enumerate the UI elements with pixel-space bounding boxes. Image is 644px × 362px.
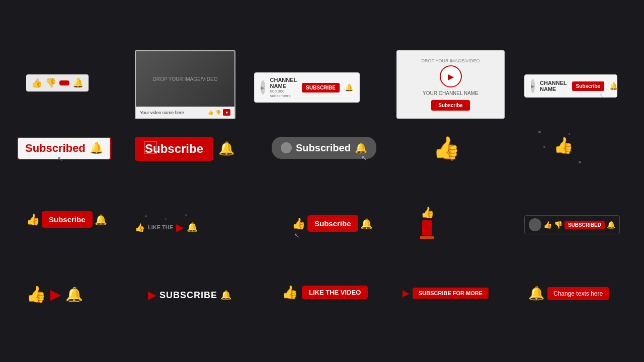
drop-text: DROP YOUR IMAGE/VIDEO (402, 58, 499, 63)
subscribed-bar-button[interactable]: SUBSCRIBED (565, 221, 605, 229)
bell-yellow-icon: 🔔 (65, 286, 83, 303)
bell-icon-2[interactable]: 🔔 (609, 82, 618, 90)
channel-name-2: CHANNEL NAME (540, 80, 567, 92)
channel-thumb (529, 218, 541, 231)
trophy-base (420, 236, 434, 239)
video-controls: 👍👎 ● (208, 109, 230, 116)
scatter-dot2 (165, 218, 167, 220)
subscribed-dark-label: Subscribed (296, 142, 351, 154)
bell-notif-icon: 🔔 (187, 222, 198, 233)
yt-play-icon-bottom: ▶ (50, 286, 61, 303)
yt-icon-row3: ▶ (176, 221, 184, 233)
like-icon-blue-2: 👍 (292, 217, 305, 230)
channel-avatar: ▶ (261, 80, 265, 95)
subscribe-button[interactable] (59, 80, 69, 85)
like-video-label: LIKE THE VIDEO (302, 286, 368, 299)
bell-icon[interactable]: 🔔 (72, 77, 84, 88)
bottom-row-1: 👍 ▶ 🔔 (26, 285, 83, 304)
cursor-dark: ↖ (361, 154, 367, 162)
channel-info-2: CHANNEL NAME (540, 80, 567, 92)
subscribe-big-red-button[interactable]: Subscribe 🔔 (135, 137, 213, 161)
channel-bar-1: ▶ CHANNEL NAME 000,000 subscribers SUBSC… (254, 72, 360, 103)
like-subscribe-bar-2: 👍 Subscribe 🔔 ↖ (292, 215, 373, 232)
bell-subscribe-icon: 🔔 (95, 214, 107, 226)
subscribe-pill-button-2[interactable]: Subscribe (307, 215, 358, 232)
bell-white-icon: 🔔 (220, 290, 231, 301)
video-card-1: DROP YOUR IMAGE/VIDEO Your video name he… (135, 50, 235, 119)
like-icon-blue: 👍 (26, 213, 40, 226)
like-video-icon: 👍 (282, 285, 298, 300)
bell-dark-icon: 🔔 (355, 142, 367, 154)
avatar-circle (281, 142, 292, 153)
bell-icon[interactable]: 🔔 (345, 83, 353, 92)
cursor-thumb: ↖ (448, 155, 454, 163)
channel-info: CHANNEL NAME 000,000 subscribers (270, 77, 297, 98)
bell-red-icon: 🔔 (90, 142, 103, 155)
subscribe-for-more: ▶ SUBSCRIBE FOR MORE (403, 288, 489, 299)
bell-gold-icon: 🔔 (528, 286, 544, 301)
subscribed-dark-button[interactable]: Subscribed 🔔 ↖ (272, 137, 376, 159)
thumb-up-icon: 👍 (433, 135, 460, 160)
like-blue-icon: 👍 (135, 223, 145, 232)
subscriber-count: 000,000 subscribers (270, 89, 297, 98)
cursor-icon: ↖ (57, 155, 63, 163)
channel-avatar-2: ▶ (531, 79, 535, 93)
yt-channel-card: DROP YOUR IMAGE/VIDEO YOUR CHANNEL NAME … (396, 50, 505, 119)
thumb-icon-sm: 👍 (553, 136, 574, 154)
cursor-indicator: ↖ (599, 92, 605, 100)
dot2 (543, 146, 545, 148)
channel-name-yt: YOUR CHANNEL NAME (402, 90, 499, 96)
dot4 (569, 133, 570, 135)
like-the-label: LIKE THE (148, 224, 173, 230)
cursor-like: ↖ (294, 231, 300, 239)
subscribed-label: Subscribed (25, 142, 86, 155)
yt-red-icon: ▶ (148, 289, 156, 302)
big-thumb-icon: 👍 (26, 285, 46, 304)
thumbs-down-icon[interactable]: 👎 (45, 77, 56, 88)
bell-subscribe-icon-2: 🔔 (360, 218, 373, 230)
yt-more-icon: ▶ (403, 288, 410, 299)
thumb-blue-icon: 👍 (421, 206, 434, 219)
subscribe-more-label: SUBSCRIBE FOR MORE (413, 288, 489, 299)
scatter-dot1 (145, 215, 147, 217)
dislike-bar-icon: 👎 (554, 221, 562, 229)
bell-icon-big: 🔔 (218, 141, 234, 156)
subscribe-button-yt[interactable]: Subscribe (431, 100, 469, 111)
subscribe-pill-button[interactable]: Subscribe (42, 211, 93, 228)
subscribed-full-bar: 👍 👎 SUBSCRIBED 🔔 (524, 215, 620, 234)
like-bar-icon: 👍 (543, 221, 552, 229)
subscribe-big-text: SUBSCRIBE (159, 290, 217, 301)
channel-bar-2: ▶ CHANNEL NAME Subscribe 🔔 ↖ (524, 74, 617, 98)
deco (144, 141, 157, 154)
trophy-figure: 👍 (420, 206, 434, 239)
like-the-video: 👍 LIKE THE VIDEO (282, 285, 368, 300)
yt-play-icon (440, 65, 462, 87)
bottom-subscribe-yt: ▶ SUBSCRIBE 🔔 (148, 288, 231, 303)
change-text-label: Change texts here (547, 287, 609, 300)
thumbs-up-large: 👍 ↖ (433, 135, 460, 161)
like-dislike-subscribe-bar: 👍 👎 🔔 (26, 74, 89, 92)
like-yt-notif: 👍 LIKE THE ▶ 🔔 (135, 221, 198, 233)
thumb-up-dots: 👍 (553, 136, 574, 155)
scatter-dot3 (185, 214, 187, 216)
subscribe-button-2[interactable]: Subscribe (572, 81, 604, 91)
channel-name: CHANNEL NAME (270, 77, 297, 89)
thumbs-up-icon[interactable]: 👍 (31, 77, 42, 88)
dot1 (538, 131, 541, 133)
dot3 (579, 161, 581, 163)
trophy-body (422, 220, 432, 235)
subscribed-button-light[interactable]: Subscribed 🔔 ↖ (17, 137, 111, 160)
like-subscribe-bar-1: 👍 Subscribe 🔔 (26, 211, 107, 228)
video-name: Your video name here (140, 110, 184, 115)
video-drop-area[interactable]: DROP YOUR IMAGE/VIDEO (136, 51, 234, 107)
change-texts: 🔔 Change texts here (528, 286, 609, 301)
subscribe-button[interactable]: SUBSCRIBE (302, 83, 340, 93)
bell-bar-icon: 🔔 (607, 221, 615, 229)
